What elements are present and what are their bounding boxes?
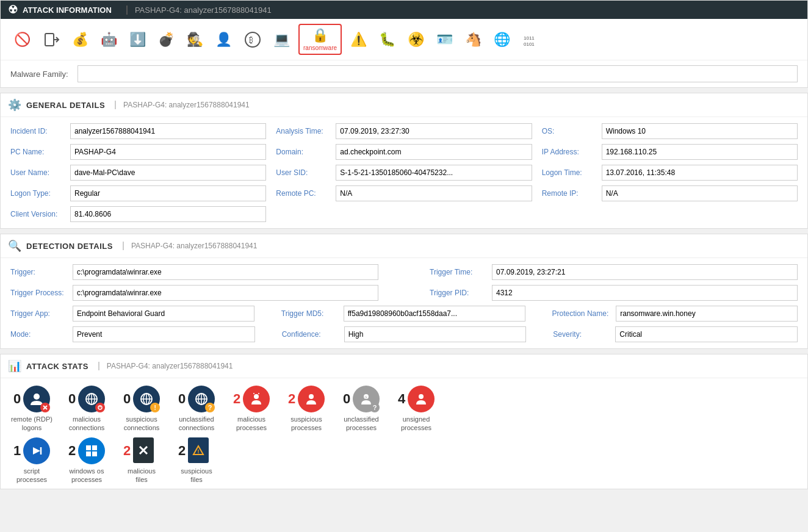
trigger-md5-input[interactable] <box>348 309 521 318</box>
logon-type-input[interactable] <box>74 189 262 198</box>
pc-name-value[interactable] <box>70 144 266 160</box>
domain-field: Domain: <box>276 144 532 160</box>
attack-icon-spy[interactable]: 🕵️ <box>183 29 207 50</box>
remote-pc-value[interactable] <box>336 185 532 201</box>
trigger-value[interactable] <box>73 264 378 280</box>
remote-ip-input[interactable] <box>606 189 793 198</box>
stat-unclassproc-label: unclassifiedprocesses <box>344 415 378 433</box>
stat-suspicious-proc[interactable]: 2 suspiciousprocesses <box>285 386 328 433</box>
stat-malfiles-count: 2 <box>123 443 131 459</box>
trigger-process-input[interactable] <box>77 289 374 297</box>
trigger-pid-input[interactable] <box>496 289 793 297</box>
user-sid-field: User SID: <box>276 165 532 181</box>
attack-icon-login[interactable] <box>39 29 63 51</box>
domain-input[interactable] <box>340 148 527 156</box>
stat-unsignedproc-count: 4 <box>398 391 405 407</box>
severity-value[interactable] <box>615 326 798 342</box>
pc-name-input[interactable] <box>74 148 262 156</box>
attack-icon-bitcoin[interactable]: ₿ <box>240 29 265 51</box>
client-version-value[interactable] <box>70 206 266 222</box>
stat-unsigned-proc[interactable]: 4 unsignedprocesses <box>395 386 438 433</box>
severity-input[interactable] <box>619 330 793 339</box>
stat-unclassified-conn[interactable]: 0 ? unclassifiedconnections <box>175 386 218 433</box>
trigger-time-value[interactable] <box>492 264 798 280</box>
user-name-value[interactable] <box>70 165 266 181</box>
stat-suspfiles-label: suspiciousfiles <box>181 467 212 484</box>
stat-suspconn-count: 0 <box>123 391 131 407</box>
attack-icon-person[interactable]: 👤 <box>212 29 236 50</box>
logon-time-input[interactable] <box>606 168 793 177</box>
stat-suspicious-files[interactable]: 2 ! suspiciousfiles <box>175 437 218 484</box>
stat-unclassified-proc[interactable]: 0 ? ? unclassifiedprocesses <box>340 386 383 433</box>
remote-ip-value[interactable] <box>602 185 798 201</box>
general-details-title: GENERAL DETAILS <box>26 101 105 110</box>
ip-address-input[interactable] <box>606 148 793 156</box>
analysis-time-input[interactable] <box>340 127 527 135</box>
client-version-label: Client Version: <box>10 210 65 218</box>
attack-stats-header: 📊 ATTACK STATS PASHAP-G4: analyzer156788… <box>1 354 807 378</box>
user-sid-value[interactable] <box>336 165 532 181</box>
ip-address-value[interactable] <box>602 144 798 160</box>
stat-malicious-files[interactable]: 2 maliciousfiles <box>120 437 163 484</box>
mode-input[interactable] <box>77 330 251 339</box>
attack-icon-blocked[interactable]: 🚫 <box>10 29 34 50</box>
attack-icon-id[interactable]: 🪪 <box>433 29 456 50</box>
protection-name-value[interactable] <box>616 306 798 322</box>
os-input[interactable] <box>606 127 793 135</box>
stat-malicious-conn[interactable]: 0 maliciousconnections <box>65 386 108 433</box>
analysis-time-value[interactable] <box>336 123 532 139</box>
user-name-label: User Name: <box>10 168 65 177</box>
logon-type-value[interactable] <box>70 185 266 201</box>
attack-icon-bot[interactable]: 🤖 <box>97 29 121 50</box>
protection-name-input[interactable] <box>620 309 793 318</box>
stat-unclassconn-label: unclassifiedconnections <box>179 415 215 433</box>
domain-value[interactable] <box>336 144 532 160</box>
stat-malicious-proc[interactable]: 2 maliciousprocesses <box>230 386 273 433</box>
attack-icon-virus[interactable]: ☣️ <box>404 29 428 50</box>
svg-text:1011: 1011 <box>524 35 535 41</box>
attack-icon-binary[interactable]: 10110101 <box>519 29 543 51</box>
trigger-md5-value[interactable] <box>344 306 525 322</box>
stat-windows-proc[interactable]: 2 windows osprocesses <box>65 437 108 484</box>
attack-icon-money[interactable]: 💰 <box>68 29 92 50</box>
attack-icon-download[interactable]: ⬇️ <box>126 29 150 50</box>
ransomware-label: ransomware <box>303 45 337 51</box>
malware-family-input[interactable] <box>78 65 798 82</box>
attack-information-title: ATTACK INFORMATION <box>23 5 112 15</box>
trigger-pid-value[interactable] <box>492 285 798 301</box>
stat-suspicious-conn[interactable]: 0 ! suspiciousconnections <box>120 386 163 433</box>
attack-icon-horse[interactable]: 🐴 <box>461 29 485 50</box>
logon-time-value[interactable] <box>602 165 798 181</box>
attack-icon-laptop[interactable]: 💻 <box>270 29 294 50</box>
incident-id-input[interactable] <box>74 127 262 135</box>
os-value[interactable] <box>602 123 798 139</box>
trigger-input[interactable] <box>77 268 374 276</box>
attack-stats-title: ATTACK STATS <box>26 362 88 371</box>
trigger-app-value[interactable] <box>73 306 254 322</box>
trigger-app-input[interactable] <box>77 309 250 318</box>
attack-icon-bug[interactable]: 🐛 <box>375 29 399 50</box>
stat-remote-rdp[interactable]: 0 remote (RDP)logons <box>10 386 53 433</box>
attack-icon-ransomware[interactable]: 🔒 ransomware <box>298 24 342 55</box>
attack-icon-globe-x[interactable]: 🌐 <box>490 29 514 50</box>
attack-icon-bomb[interactable]: 💣 <box>154 29 178 50</box>
remote-pc-input[interactable] <box>340 189 527 198</box>
svg-point-23 <box>254 394 259 399</box>
attack-stats-body: 0 remote (RDP)logons 0 <box>1 378 807 437</box>
svg-text:0101: 0101 <box>524 41 535 47</box>
trigger-time-input[interactable] <box>496 268 793 276</box>
svg-rect-0 <box>45 34 54 46</box>
stat-script-proc[interactable]: 1 scriptprocesses <box>10 437 53 484</box>
confidence-value[interactable] <box>344 326 527 342</box>
client-version-input[interactable] <box>74 210 262 218</box>
user-sid-input[interactable] <box>340 168 527 177</box>
attack-icon-warning[interactable]: ⚠️ <box>347 29 370 50</box>
svg-rect-34 <box>86 451 91 456</box>
mode-value[interactable] <box>73 326 255 342</box>
trigger-time-label: Trigger Time: <box>430 268 485 276</box>
trigger-process-value[interactable] <box>73 285 378 301</box>
user-name-input[interactable] <box>74 168 262 177</box>
confidence-input[interactable] <box>348 330 522 339</box>
stat-scriptproc-label: scriptprocesses <box>16 467 47 484</box>
incident-id-value[interactable] <box>70 123 266 139</box>
